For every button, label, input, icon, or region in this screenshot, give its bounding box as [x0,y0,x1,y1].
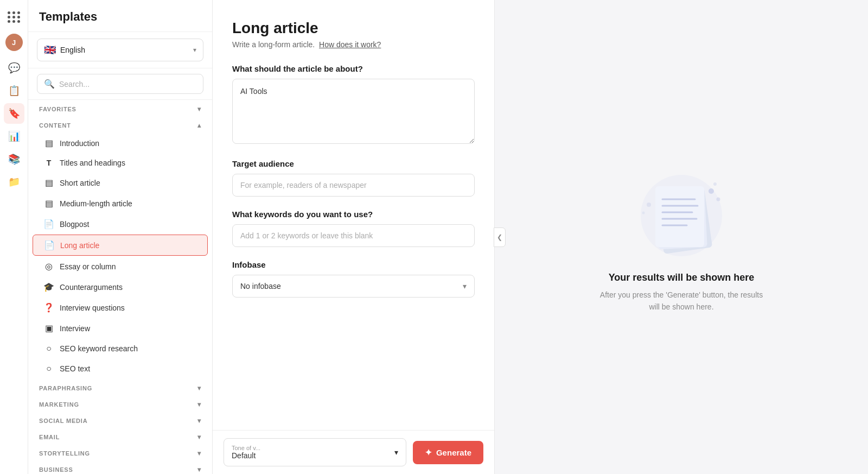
audience-label: Target audience [232,159,475,168]
section-email-label: EMAIL [39,434,60,440]
infobase-group: Infobase No infobase ▾ [232,260,475,298]
section-content[interactable]: CONTENT ▴ [28,116,212,132]
chevron-down-icon: ▾ [463,282,467,290]
sidebar-title: Templates [28,0,212,32]
section-social-media-label: SOCIAL MEDIA [39,418,87,424]
search-box[interactable]: 🔍 [37,74,203,94]
topic-label: What should the article be about? [232,64,475,73]
section-paraphrasing[interactable]: PARAPHRASING ▾ [28,379,212,395]
chat-icon[interactable]: 💬 [4,58,24,78]
chevron-down-icon: ▾ [197,105,201,113]
sidebar-item-label: Short article [60,179,100,187]
audience-group: Target audience [232,159,475,197]
section-storytelling-label: STORYTELLING [39,450,90,457]
section-business[interactable]: BUSINESS ▾ [28,460,212,474]
section-email[interactable]: EMAIL ▾ [28,428,212,444]
generate-icon: ✦ [425,447,432,458]
topic-group: What should the article be about? AI Too… [232,64,475,146]
section-favorites[interactable]: FAVORITES ▾ [28,100,212,116]
sidebar-item-seo-keyword[interactable]: ○ SEO keyword research [33,339,208,358]
analytics-icon[interactable]: 📊 [4,126,24,147]
section-favorites-label: FAVORITES [39,106,76,112]
sidebar-item-label: Medium-length article [60,199,132,208]
sidebar-item-label: Counterarguments [60,283,123,292]
results-title: Your results will be shown here [609,272,755,283]
sidebar-item-titles-headings[interactable]: T Titles and headings [33,154,208,172]
svg-point-10 [717,197,720,201]
chevron-up-icon: ▴ [197,122,201,129]
sidebar-item-counterarguments[interactable]: 🎓 Counterarguments [33,277,208,297]
audience-input[interactable] [232,174,475,197]
form-footer: Tone of v... Default ▾ ✦ Generate [213,430,494,474]
results-subtitle: After you press the 'Generate' button, t… [595,289,768,313]
infobase-dropdown[interactable]: No infobase ▾ [232,275,475,298]
tone-value: Default [232,451,260,460]
library-icon[interactable]: 📚 [4,149,24,169]
templates-icon[interactable]: 🔖 [4,103,24,124]
generate-label: Generate [436,448,471,457]
page-icon: 📄 [44,240,55,250]
sidebar-item-essay-column[interactable]: ◎ Essay or column [33,256,208,276]
form-panel: Long article Write a long-form article. … [213,0,495,474]
sidebar-item-label: Titles and headings [60,159,125,167]
sidebar-item-interview[interactable]: ▣ Interview [33,318,208,338]
avatar[interactable]: J [5,34,23,51]
search-input[interactable] [59,80,196,89]
topic-textarea[interactable]: AI Tools [232,79,475,144]
sidebar-item-label: Blogpost [60,220,89,229]
sidebar-item-label: SEO keyword research [60,344,138,353]
svg-rect-3 [655,186,704,247]
sidebar-item-blogpost[interactable]: 📄 Blogpost [33,214,208,234]
results-illustration [627,161,736,259]
sidebar-item-interview-questions[interactable]: ❓ Interview questions [33,298,208,318]
folder-icon[interactable]: 📁 [4,172,24,192]
keywords-label: What keywords do you want to use? [232,210,475,219]
sidebar-item-short-article[interactable]: ▤ Short article [33,173,208,193]
sidebar-item-introduction[interactable]: ▤ Introduction [33,133,208,153]
section-business-label: BUSINESS [39,466,73,473]
keywords-input[interactable] [232,224,475,247]
keywords-group: What keywords do you want to use? [232,210,475,247]
section-paraphrasing-label: PARAPHRASING [39,385,92,391]
section-marketing[interactable]: MARKETING ▾ [28,395,212,412]
circle-icon: ◎ [43,261,54,271]
sidebar-item-seo-text[interactable]: ○ SEO text [33,359,208,378]
sidebar: Templates 🇬🇧 English ▾ 🔍 FAVORITES ▾ CON… [28,0,213,474]
section-marketing-label: MARKETING [39,401,79,408]
article-icon: ▤ [43,198,54,208]
icon-bar: J 💬 📋 🔖 📊 📚 📁 [0,0,28,474]
section-storytelling[interactable]: STORYTELLING ▾ [28,444,212,460]
chevron-down-icon: ▾ [197,450,201,457]
sidebar-item-long-article[interactable]: 📄 Long article [33,235,208,256]
form-content: Long article Write a long-form article. … [213,0,494,430]
sidebar-item-medium-article[interactable]: ▤ Medium-length article [33,193,208,213]
page-icon: 📄 [43,219,54,229]
main-content: Long article Write a long-form article. … [213,0,868,474]
search-icon: 🔍 [44,79,55,89]
form-title: Long article [232,20,475,37]
text-icon: T [43,159,54,167]
how-it-works-link[interactable]: How does it work? [319,40,381,49]
seo-icon: ○ [43,344,54,353]
grid-icon[interactable] [4,7,24,27]
tone-dropdown[interactable]: Tone of v... Default ▾ [224,438,406,466]
svg-point-9 [709,188,714,194]
sidebar-item-label: Essay or column [60,262,116,271]
seo-icon: ○ [43,364,54,374]
language-dropdown[interactable]: 🇬🇧 English ▾ [37,39,203,61]
section-social-media[interactable]: SOCIAL MEDIA ▾ [28,412,212,428]
section-content-label: CONTENT [39,122,71,129]
chevron-down-icon: ▾ [197,466,201,473]
language-selector[interactable]: 🇬🇧 English ▾ [28,32,212,68]
flag-icon: 🇬🇧 [44,44,56,56]
collapse-button[interactable]: ❮ [494,227,506,247]
svg-point-13 [642,211,645,214]
chevron-down-icon: ▾ [197,433,201,441]
question-icon: ❓ [43,302,54,313]
documents-icon[interactable]: 📋 [4,80,24,101]
results-panel: Your results will be shown here After yo… [495,0,868,474]
language-label: English [60,46,189,54]
generate-button[interactable]: ✦ Generate [413,441,483,464]
infobase-value: No infobase [240,282,281,290]
sidebar-item-label: Long article [60,241,99,250]
